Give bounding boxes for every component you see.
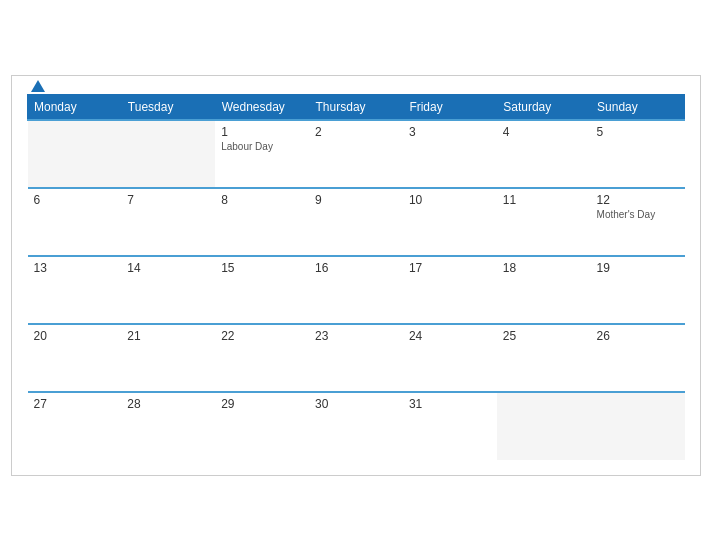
calendar-cell: 19	[591, 256, 685, 324]
calendar-cell: 6	[28, 188, 122, 256]
day-number: 25	[503, 329, 585, 343]
calendar-cell: 30	[309, 392, 403, 460]
day-number: 21	[127, 329, 209, 343]
week-row-3: 13141516171819	[28, 256, 685, 324]
weekday-header-row: MondayTuesdayWednesdayThursdayFridaySatu…	[28, 94, 685, 120]
calendar-cell: 12Mother's Day	[591, 188, 685, 256]
calendar-cell: 18	[497, 256, 591, 324]
day-number: 10	[409, 193, 491, 207]
calendar-cell: 27	[28, 392, 122, 460]
day-number: 29	[221, 397, 303, 411]
calendar-cell: 5	[591, 120, 685, 188]
day-number: 20	[34, 329, 116, 343]
day-number: 7	[127, 193, 209, 207]
day-number: 17	[409, 261, 491, 275]
day-number: 15	[221, 261, 303, 275]
day-number: 19	[597, 261, 679, 275]
calendar-cell: 8	[215, 188, 309, 256]
week-row-2: 6789101112Mother's Day	[28, 188, 685, 256]
day-number: 24	[409, 329, 491, 343]
day-number: 14	[127, 261, 209, 275]
calendar-cell: 25	[497, 324, 591, 392]
calendar-cell	[497, 392, 591, 460]
holiday-label: Labour Day	[221, 141, 303, 152]
week-row-1: 1Labour Day2345	[28, 120, 685, 188]
day-number: 27	[34, 397, 116, 411]
weekday-header-saturday: Saturday	[497, 94, 591, 120]
calendar-cell: 29	[215, 392, 309, 460]
calendar-cell: 3	[403, 120, 497, 188]
calendar-cell: 10	[403, 188, 497, 256]
week-row-4: 20212223242526	[28, 324, 685, 392]
day-number: 2	[315, 125, 397, 139]
calendar-cell	[28, 120, 122, 188]
calendar-cell: 22	[215, 324, 309, 392]
calendar-cell: 11	[497, 188, 591, 256]
weekday-header-friday: Friday	[403, 94, 497, 120]
calendar-cell: 15	[215, 256, 309, 324]
calendar-cell	[591, 392, 685, 460]
calendar-cell: 23	[309, 324, 403, 392]
calendar-cell: 4	[497, 120, 591, 188]
day-number: 11	[503, 193, 585, 207]
calendar-cell	[121, 120, 215, 188]
weekday-header-wednesday: Wednesday	[215, 94, 309, 120]
week-row-5: 2728293031	[28, 392, 685, 460]
calendar-cell: 26	[591, 324, 685, 392]
calendar-cell: 7	[121, 188, 215, 256]
weekday-header-thursday: Thursday	[309, 94, 403, 120]
day-number: 6	[34, 193, 116, 207]
calendar-cell: 17	[403, 256, 497, 324]
calendar-cell: 24	[403, 324, 497, 392]
calendar-cell: 13	[28, 256, 122, 324]
holiday-label: Mother's Day	[597, 209, 679, 220]
day-number: 4	[503, 125, 585, 139]
weekday-header-tuesday: Tuesday	[121, 94, 215, 120]
logo-triangle-icon	[31, 80, 45, 92]
day-number: 30	[315, 397, 397, 411]
day-number: 23	[315, 329, 397, 343]
calendar-cell: 16	[309, 256, 403, 324]
weekday-header-sunday: Sunday	[591, 94, 685, 120]
calendar-container: MondayTuesdayWednesdayThursdayFridaySatu…	[11, 75, 701, 476]
calendar-cell: 14	[121, 256, 215, 324]
day-number: 31	[409, 397, 491, 411]
day-number: 18	[503, 261, 585, 275]
calendar-cell: 1Labour Day	[215, 120, 309, 188]
calendar-cell: 28	[121, 392, 215, 460]
day-number: 28	[127, 397, 209, 411]
day-number: 5	[597, 125, 679, 139]
day-number: 22	[221, 329, 303, 343]
calendar-cell: 20	[28, 324, 122, 392]
weekday-header-monday: Monday	[28, 94, 122, 120]
logo	[27, 80, 45, 92]
day-number: 12	[597, 193, 679, 207]
day-number: 1	[221, 125, 303, 139]
day-number: 3	[409, 125, 491, 139]
day-number: 26	[597, 329, 679, 343]
day-number: 16	[315, 261, 397, 275]
calendar-cell: 9	[309, 188, 403, 256]
calendar-table: MondayTuesdayWednesdayThursdayFridaySatu…	[27, 94, 685, 460]
calendar-cell: 21	[121, 324, 215, 392]
day-number: 13	[34, 261, 116, 275]
day-number: 8	[221, 193, 303, 207]
day-number: 9	[315, 193, 397, 207]
calendar-cell: 2	[309, 120, 403, 188]
calendar-cell: 31	[403, 392, 497, 460]
